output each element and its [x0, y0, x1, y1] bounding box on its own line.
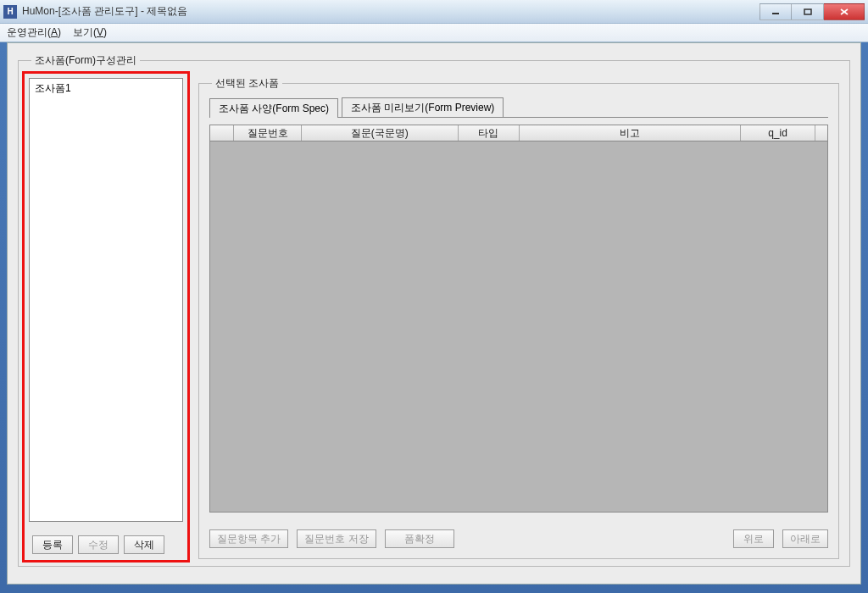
- col-question-no[interactable]: 질문번호: [234, 125, 302, 141]
- svg-rect-0: [772, 13, 779, 14]
- spacer: [463, 529, 725, 548]
- form-list-buttons: 등록 수정 삭제: [32, 535, 180, 554]
- grid-body[interactable]: [209, 141, 828, 513]
- tab-form-preview[interactable]: 조사폼 미리보기(Form Preview): [342, 97, 504, 117]
- close-button[interactable]: [824, 3, 865, 20]
- menu-item-view[interactable]: 보기(V): [73, 25, 107, 40]
- client-area: 조사폼(Form)구성관리 조사폼1 등록 수정 삭제 선택된 조사폼 조사폼 …: [7, 42, 861, 585]
- close-icon: [840, 8, 849, 15]
- minimize-button[interactable]: [760, 3, 792, 20]
- col-question-kr[interactable]: 질문(국문명): [302, 125, 459, 141]
- grid-header: 질문번호 질문(국문명) 타입 비고 q_id: [209, 125, 828, 141]
- titlebar: H HuMon-[조사폼 관리도구] - 제목없음: [0, 0, 868, 24]
- window-title: HuMon-[조사폼 관리도구] - 제목없음: [22, 4, 187, 19]
- svg-rect-1: [804, 9, 811, 14]
- move-up-button[interactable]: 위로: [733, 529, 774, 548]
- grid-row-header: [210, 125, 234, 141]
- form-list-panel: 조사폼1 등록 수정 삭제: [25, 76, 186, 559]
- form-management-fieldset: 조사폼(Form)구성관리 조사폼1 등록 수정 삭제 선택된 조사폼 조사폼 …: [18, 53, 850, 567]
- add-question-button[interactable]: 질문항목 추가: [209, 529, 288, 548]
- delete-button[interactable]: 삭제: [124, 535, 164, 554]
- col-qid[interactable]: q_id: [741, 125, 815, 141]
- finalize-button[interactable]: 폼확정: [385, 529, 454, 548]
- grid-scrollbar-spacer: [815, 125, 827, 141]
- form-management-legend: 조사폼(Form)구성관리: [31, 53, 140, 68]
- form-listbox[interactable]: 조사폼1: [29, 78, 183, 522]
- save-question-button[interactable]: 질문번호 저장: [297, 529, 376, 548]
- tabstrip: 조사폼 사양(Form Spec) 조사폼 미리보기(Form Preview): [209, 97, 828, 118]
- modify-button[interactable]: 수정: [78, 535, 119, 554]
- move-down-button[interactable]: 아래로: [782, 529, 828, 548]
- col-note[interactable]: 비고: [520, 125, 741, 141]
- minimize-icon: [771, 8, 780, 15]
- register-button[interactable]: 등록: [32, 535, 73, 554]
- question-grid: 질문번호 질문(국문명) 타입 비고 q_id: [209, 125, 828, 513]
- tab-form-spec[interactable]: 조사폼 사양(Form Spec): [209, 98, 338, 118]
- list-item[interactable]: 조사폼1: [33, 80, 179, 97]
- question-buttons: 질문항목 추가 질문번호 저장 폼확정 위로 아래로: [209, 529, 828, 548]
- maximize-icon: [804, 8, 812, 15]
- window-buttons: [760, 3, 865, 20]
- selected-form-legend: 선택된 조사폼: [212, 76, 282, 91]
- maximize-button[interactable]: [792, 3, 824, 20]
- app-icon: H: [3, 5, 17, 19]
- menu-item-operation[interactable]: 운영관리(A): [7, 25, 61, 40]
- menubar: 운영관리(A) 보기(V): [0, 24, 868, 42]
- selected-form-fieldset: 선택된 조사폼 조사폼 사양(Form Spec) 조사폼 미리보기(Form …: [198, 76, 839, 559]
- col-type[interactable]: 타입: [459, 125, 520, 141]
